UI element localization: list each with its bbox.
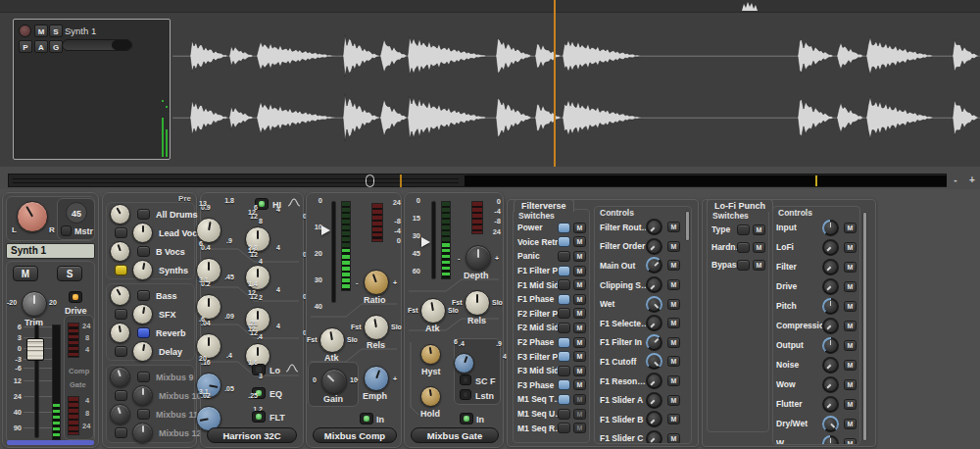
comp-threshold-pointer[interactable] — [321, 225, 330, 235]
send-level-knob[interactable] — [110, 204, 130, 224]
send-level-knob[interactable] — [110, 241, 130, 262]
control-knob[interactable] — [646, 315, 662, 331]
midi-map-button[interactable]: M — [667, 375, 680, 386]
send-level-knob[interactable] — [132, 341, 153, 362]
midi-map-button[interactable]: M — [844, 242, 857, 253]
midi-map-button[interactable]: M — [753, 242, 765, 253]
switch-toggle[interactable] — [558, 236, 570, 247]
send-enable-button[interactable] — [115, 265, 127, 275]
track-header[interactable]: M S Synth 1 P A G — [13, 19, 171, 160]
switch-toggle[interactable] — [558, 308, 570, 319]
send-level-knob[interactable] — [110, 285, 130, 306]
send-enable-button[interactable] — [137, 290, 150, 301]
midi-map-button[interactable]: M — [844, 340, 857, 351]
midi-map-button[interactable]: M — [667, 241, 680, 252]
trim-knob[interactable] — [22, 291, 47, 317]
summary-playhead-marker[interactable] — [366, 175, 374, 187]
hold-knob[interactable] — [420, 386, 441, 407]
control-knob[interactable] — [646, 373, 662, 389]
flt-in-led-button[interactable] — [252, 411, 266, 423]
comp-threshold-track[interactable] — [331, 201, 336, 303]
send-level-knob[interactable] — [110, 404, 130, 424]
sc-filter-knob[interactable] — [454, 353, 474, 374]
send-enable-button[interactable] — [137, 372, 150, 382]
send-enable-button[interactable] — [115, 390, 127, 401]
playhead[interactable] — [554, 0, 556, 167]
audio-region-lane1[interactable] — [172, 25, 980, 87]
midi-map-button[interactable]: M — [573, 351, 586, 362]
send-enable-button[interactable] — [137, 409, 150, 420]
control-knob[interactable] — [646, 276, 662, 293]
switch-toggle[interactable] — [737, 260, 750, 271]
control-knob[interactable] — [822, 259, 839, 275]
strip-mute-button[interactable]: M — [13, 266, 38, 281]
audio-region-lane2[interactable] — [172, 86, 980, 149]
midi-map-button[interactable]: M — [573, 279, 586, 290]
midi-map-button[interactable]: M — [667, 222, 680, 232]
eq-plugin-button[interactable]: Harrison 32C — [207, 427, 297, 443]
comp-in-led-button[interactable] — [360, 413, 373, 424]
midi-map-button[interactable]: M — [573, 337, 586, 348]
midi-map-button[interactable]: M — [844, 438, 857, 446]
switch-toggle[interactable] — [558, 323, 570, 333]
gate-attack-knob[interactable] — [420, 298, 446, 324]
switch-toggle[interactable] — [558, 279, 570, 290]
midi-map-button[interactable]: M — [844, 360, 857, 371]
gain-fader-handle[interactable] — [26, 338, 44, 361]
midi-map-button[interactable]: M — [753, 260, 765, 271]
midi-map-button[interactable]: M — [667, 395, 680, 406]
midi-map-button[interactable]: M — [844, 379, 857, 390]
switch-toggle[interactable] — [558, 337, 570, 348]
switch-toggle[interactable] — [558, 379, 570, 390]
midi-map-button[interactable]: M — [844, 321, 857, 331]
midi-map-button[interactable]: M — [573, 308, 586, 319]
switch-toggle[interactable] — [558, 266, 570, 276]
control-knob[interactable] — [646, 219, 662, 235]
send-enable-button[interactable] — [137, 327, 150, 338]
control-knob[interactable] — [646, 334, 662, 351]
midi-map-button[interactable]: M — [667, 433, 680, 444]
midi-map-button[interactable]: M — [573, 251, 586, 262]
track-name-label[interactable]: Synth 1 — [65, 25, 96, 36]
track-automation-button[interactable]: A — [34, 40, 48, 53]
send-level-knob[interactable] — [132, 260, 153, 280]
midi-map-button[interactable]: M — [844, 399, 857, 410]
midi-map-button[interactable]: M — [573, 236, 586, 247]
switch-toggle[interactable] — [737, 242, 750, 253]
midi-map-button[interactable]: M — [573, 394, 586, 405]
track-solo-button[interactable]: S — [49, 25, 63, 37]
scf-led-button[interactable] — [460, 374, 471, 385]
editor-canvas[interactable]: M S Synth 1 P A G — [0, 0, 980, 167]
record-arm-button[interactable] — [19, 25, 31, 37]
switch-toggle[interactable] — [558, 394, 570, 405]
switch-toggle[interactable] — [558, 366, 570, 376]
control-knob[interactable] — [646, 353, 662, 370]
midi-map-button[interactable]: M — [573, 323, 586, 333]
midi-map-button[interactable]: M — [844, 301, 857, 312]
control-knob[interactable] — [822, 416, 839, 432]
midi-map-button[interactable]: M — [753, 224, 765, 235]
depth-knob[interactable] — [466, 245, 491, 271]
switch-toggle[interactable] — [737, 224, 750, 235]
midi-map-button[interactable]: M — [667, 337, 680, 348]
control-knob[interactable] — [646, 238, 662, 255]
switch-toggle[interactable] — [558, 294, 570, 305]
slider-handle[interactable] — [112, 40, 131, 50]
switch-toggle[interactable] — [558, 223, 570, 233]
gate-threshold-pointer[interactable] — [421, 237, 430, 247]
control-knob[interactable] — [822, 318, 839, 334]
midi-map-button[interactable]: M — [844, 262, 857, 273]
midi-map-button[interactable]: M — [573, 409, 586, 420]
midi-map-button[interactable]: M — [667, 260, 680, 271]
send-enable-button[interactable] — [115, 227, 127, 238]
pan-knob[interactable] — [17, 201, 48, 232]
midi-map-button[interactable]: M — [573, 379, 586, 390]
control-knob[interactable] — [646, 257, 662, 274]
control-knob[interactable] — [822, 239, 839, 256]
send-level-knob[interactable] — [110, 323, 130, 343]
midi-map-button[interactable]: M — [573, 266, 586, 276]
zoom-out-button[interactable]: - — [949, 175, 962, 186]
switch-toggle[interactable] — [558, 251, 570, 262]
emph-knob[interactable] — [364, 366, 389, 391]
midi-map-button[interactable]: M — [844, 223, 857, 233]
